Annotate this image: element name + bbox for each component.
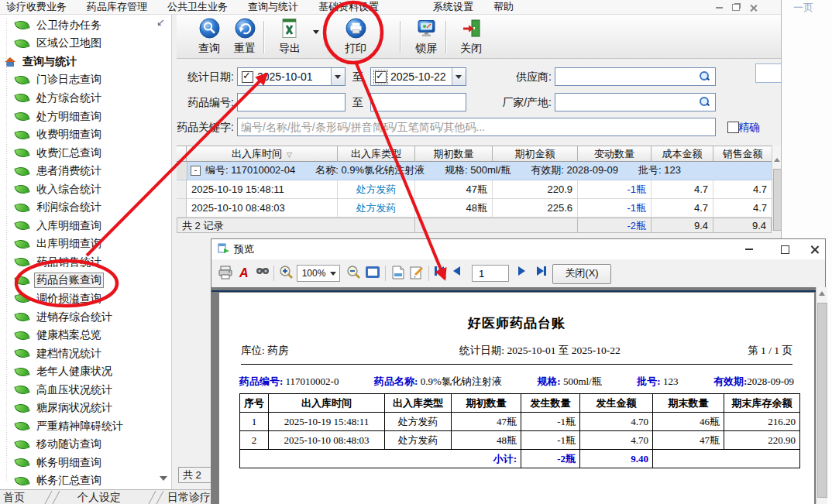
menu-item-base-data[interactable]: 基础资料设置 xyxy=(318,0,379,14)
grid-group-row[interactable]: - 编号: 117010002-04 名称: 0.9%氯化钠注射液 规格: 50… xyxy=(177,162,772,180)
sidebar-item-25[interactable]: 帐务汇总查询 xyxy=(0,472,171,489)
sidebar-item-17[interactable]: 健康档案总览 xyxy=(0,326,171,345)
preview-scrollbar[interactable] xyxy=(816,287,827,504)
grid-scrollbar[interactable] xyxy=(772,146,781,231)
page-number-input[interactable] xyxy=(472,265,509,282)
factory-input[interactable] xyxy=(555,93,716,111)
sidebar-item-15[interactable]: 调价损溢查询 xyxy=(0,290,171,308)
sidebar-item-11[interactable]: 入库明细查询 xyxy=(0,217,171,235)
sidebar-item-14[interactable]: 药品台账查询 xyxy=(0,272,171,290)
sidebar-item-16[interactable]: 进销存综合统计 xyxy=(0,308,171,327)
grid-header-sale-amt[interactable]: 销售金额 xyxy=(713,146,772,162)
keyword-input[interactable] xyxy=(237,118,716,136)
factory-lookup-icon[interactable] xyxy=(700,97,710,107)
tab-home[interactable]: 首页 xyxy=(3,491,25,504)
grid-header-type[interactable]: 出入库类型 xyxy=(338,146,415,162)
zoom-out-icon[interactable] xyxy=(346,265,362,283)
sidebar-item-9[interactable]: 收入综合统计 xyxy=(0,180,171,199)
date-from-combo[interactable]: 2025-10-01 xyxy=(237,67,346,86)
sidebar-item-22[interactable]: 严重精神障碍统计 xyxy=(0,417,171,436)
sidebar-item-8[interactable]: 患者消费统计 xyxy=(0,162,171,180)
date-to-dropdown-icon[interactable] xyxy=(452,68,466,85)
date-to-checkbox[interactable] xyxy=(375,71,387,83)
last-page-icon[interactable] xyxy=(537,266,546,278)
edit-report-icon[interactable] xyxy=(409,265,425,283)
sidebar-item-7[interactable]: 收费汇总查询 xyxy=(0,144,171,163)
first-page-icon[interactable] xyxy=(435,266,444,278)
tab-personal-settings[interactable]: 个人设定 xyxy=(77,491,121,504)
find-icon[interactable] xyxy=(255,265,270,283)
page-setup-icon[interactable] xyxy=(390,265,406,283)
sidebar-item-19[interactable]: 老年人健康状况 xyxy=(0,362,171,381)
sidebar-item-2[interactable]: 查询与统计 xyxy=(0,53,171,71)
grid-row-2[interactable]: 2025-10-10 08:48:03 处方发药 48瓶 225.6 -1瓶 4… xyxy=(177,199,772,218)
supplier-lookup-icon[interactable] xyxy=(700,71,710,81)
export-pdf-icon[interactable]: A xyxy=(237,265,253,283)
drug-code-to-input[interactable] xyxy=(370,93,466,111)
sidebar-item-10[interactable]: 利润综合统计 xyxy=(0,198,171,217)
export-button[interactable]: 导出 xyxy=(271,18,308,56)
dialog-maximize-button[interactable] xyxy=(774,242,796,257)
sidebar-item-0[interactable]: 公卫待办任务 xyxy=(0,16,171,35)
prev-page-icon[interactable] xyxy=(453,266,460,278)
window-minimize-button[interactable] xyxy=(713,2,725,12)
leaf-icon xyxy=(14,238,29,252)
sidebar-item-18[interactable]: 建档情况统计 xyxy=(0,345,171,363)
exact-match-checkbox[interactable] xyxy=(727,122,739,133)
grid-header-change-qty[interactable]: 变动数量 xyxy=(578,146,652,162)
print-icon[interactable] xyxy=(218,265,233,283)
menu-item-public-health[interactable]: 公共卫生业务 xyxy=(167,0,228,14)
menu-item-outpatient-fees[interactable]: 诊疗收费业务 xyxy=(6,0,67,14)
grid-row-1[interactable]: 2025-10-19 15:48:11 处方发药 47瓶 220.9 -1瓶 4… xyxy=(177,180,772,199)
sidebar-item-23[interactable]: 移动随访查询 xyxy=(0,436,171,454)
grid-header-time[interactable]: 出入库时间▽ xyxy=(187,146,338,162)
scroll-up-icon[interactable] xyxy=(774,158,780,162)
grid-header-begin-amt[interactable]: 期初金额 xyxy=(493,146,578,162)
sidebar-scroll-down-icon[interactable] xyxy=(160,476,167,481)
preview-close-button[interactable]: 关闭(X) xyxy=(552,264,611,284)
sidebar-item-6[interactable]: 收费明细查询 xyxy=(0,125,171,144)
drug-code-from-input[interactable] xyxy=(237,93,346,111)
date-to-combo[interactable]: 2025-10-22 xyxy=(370,67,466,86)
collapse-group-button[interactable]: - xyxy=(191,166,201,176)
sidebar-item-1[interactable]: 区域公卫地图 xyxy=(0,35,171,53)
sidebar-item-12[interactable]: 出库明细查询 xyxy=(0,235,171,254)
date-from-checkbox[interactable] xyxy=(242,71,253,83)
zoom-in-icon[interactable] xyxy=(279,265,294,283)
menu-item-help[interactable]: 帮助 xyxy=(493,0,514,14)
print-button[interactable]: 打印 xyxy=(337,18,374,56)
tab-daily-clinic[interactable]: 日常诊疗 xyxy=(167,491,211,504)
next-page-icon[interactable] xyxy=(518,266,525,278)
dialog-minimize-button[interactable] xyxy=(738,242,760,257)
fit-page-icon[interactable] xyxy=(365,265,380,283)
window-restore-button[interactable] xyxy=(730,2,742,12)
menu-item-query-stats[interactable]: 查询与统计 xyxy=(248,0,298,14)
lock-screen-button[interactable]: 锁屏 xyxy=(407,18,445,56)
grid-header-cost-amt[interactable]: 成本金额 xyxy=(652,146,713,162)
close-module-button[interactable]: 关闭 xyxy=(452,18,490,56)
sidebar-item-4[interactable]: 处方综合统计 xyxy=(0,89,171,108)
sidebar-item-21[interactable]: 糖尿病状况统计 xyxy=(0,399,171,417)
sidebar-item-24[interactable]: 帐务明细查询 xyxy=(0,454,171,472)
menu-item-drug-inventory[interactable]: 药品库存管理 xyxy=(87,0,147,14)
dialog-title-bar[interactable]: 预览 xyxy=(211,239,825,259)
sidebar-item-3[interactable]: 门诊日志查询 xyxy=(0,71,171,90)
sidebar-item-label: 门诊日志查询 xyxy=(35,73,103,87)
window-close-button[interactable] xyxy=(747,2,759,12)
sidebar-item-13[interactable]: 药品销售统计 xyxy=(0,253,171,272)
grid-header-begin-qty[interactable]: 期初数量 xyxy=(415,146,493,162)
sidebar-item-20[interactable]: 高血压状况统计 xyxy=(0,381,171,399)
query-button[interactable]: 查询 xyxy=(191,18,228,56)
sidebar-collapse-icon[interactable]: ↙ xyxy=(156,16,165,28)
sidebar-item-5[interactable]: 处方明细查询 xyxy=(0,108,171,126)
dialog-close-button[interactable] xyxy=(803,242,825,257)
scroll-up-icon[interactable] xyxy=(819,291,825,296)
reset-button[interactable]: 重置 xyxy=(226,18,263,56)
scrollbar-thumb[interactable] xyxy=(817,303,827,498)
date-from-dropdown-icon[interactable] xyxy=(331,68,345,85)
scrollbar-thumb[interactable] xyxy=(773,169,782,231)
menu-item-system-settings[interactable]: 系统设置 xyxy=(433,0,473,14)
supplier-input[interactable] xyxy=(555,67,716,86)
zoom-level-combo[interactable]: 100% xyxy=(297,265,340,282)
export-dropdown-icon[interactable] xyxy=(313,30,319,34)
